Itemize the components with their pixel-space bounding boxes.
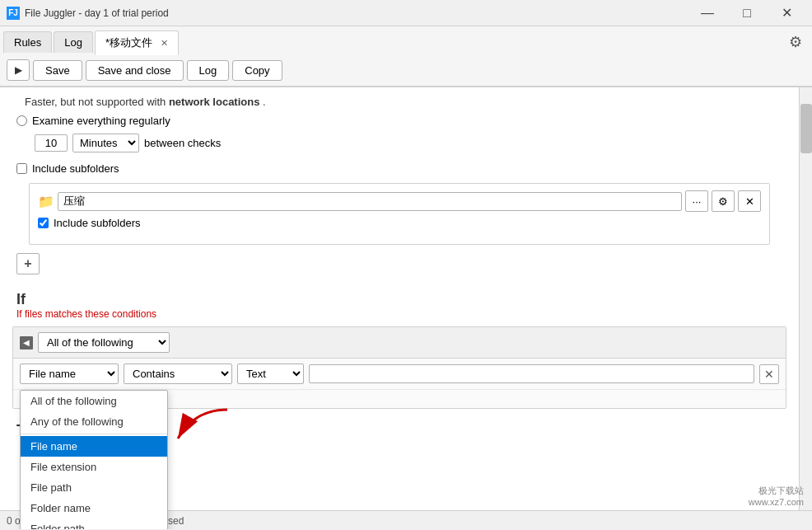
folder-row: 📁 ··· ⚙ ✕ <box>38 190 761 212</box>
folder-icon: 📁 <box>38 194 54 209</box>
log-button[interactable]: Log <box>187 60 230 81</box>
dropdown-item-folderpath[interactable]: Folder path <box>21 518 167 529</box>
play-button[interactable]: ▶ <box>7 59 30 81</box>
title-bar-text: File Juggler - day 1 of trial period <box>25 7 688 19</box>
tab-bar: Rules Log *移动文件 ✕ ⚙ <box>0 26 812 54</box>
if-label: If <box>0 291 799 308</box>
toolbar-area: Rules Log *移动文件 ✕ ⚙ ▶ Save Save and clos… <box>0 26 812 87</box>
dropdown-item-all[interactable]: All of the following <box>21 391 167 411</box>
condition-remove-button[interactable]: ✕ <box>759 364 779 384</box>
condition-type-select[interactable]: File name File extension File path Folde… <box>20 363 119 384</box>
condition-dropdown: All of the following Any of the followin… <box>20 390 168 529</box>
scroll-thumb[interactable] <box>800 104 812 153</box>
save-close-button[interactable]: Save and close <box>86 60 184 81</box>
include-subfolders1-label: Include subfolders <box>32 162 119 175</box>
condition-area: ◀ All of the following Any of the follow… <box>12 326 786 409</box>
if-section: If If files matches these conditions ◀ A… <box>0 283 799 409</box>
top-section: Faster, but not supported with network l… <box>0 87 799 283</box>
dropdown-item-foldername[interactable]: Folder name <box>21 498 167 518</box>
interval-input[interactable] <box>35 134 68 152</box>
include-subfolders2-checkbox[interactable] <box>38 218 49 228</box>
condition-logic-select[interactable]: All of the following Any of the followin… <box>38 332 170 353</box>
watermark: 极光下载站 www.xz7.com <box>749 485 804 507</box>
examine-label: Examine everything regularly <box>32 115 170 127</box>
copy-button[interactable]: Copy <box>232 60 282 81</box>
folder-input[interactable] <box>58 192 682 211</box>
include-subfolders2-label: Include subfolders <box>54 217 141 229</box>
window-controls: — □ ✕ <box>688 0 805 26</box>
info-text: Faster, but not supported with network l… <box>25 96 782 108</box>
folder-remove-button[interactable]: ✕ <box>738 190 761 212</box>
watermark-line1: 极光下载站 <box>749 485 804 497</box>
close-button[interactable]: ✕ <box>768 0 805 26</box>
if-sublabel: If files matches these conditions <box>0 308 799 320</box>
title-bar: FJ File Juggler - day 1 of trial period … <box>0 0 812 26</box>
watermark-line2: www.xz7.com <box>749 497 804 507</box>
scrollbar[interactable] <box>799 87 812 529</box>
tab-log[interactable]: Log <box>54 31 93 53</box>
condition-text-input[interactable] <box>309 364 754 383</box>
interval-unit-select[interactable]: Minutes Hours Seconds <box>72 134 139 152</box>
condition-val-select[interactable]: Text Variable <box>237 363 304 384</box>
collapse-button[interactable]: ◀ <box>20 336 33 349</box>
browse-button[interactable]: ··· <box>685 190 708 212</box>
folder-settings-button[interactable]: ⚙ <box>712 190 735 212</box>
maximize-button[interactable]: □ <box>728 0 766 26</box>
action-toolbar: ▶ Save Save and close Log Copy <box>0 54 812 87</box>
condition-row: File name File extension File path Folde… <box>13 359 786 390</box>
include-subfolders2-row: Include subfolders <box>38 217 761 229</box>
tab-close-icon[interactable]: ✕ <box>161 38 168 48</box>
settings-icon[interactable]: ⚙ <box>782 30 809 54</box>
include-subfolders1-checkbox[interactable] <box>16 163 27 174</box>
tab-active[interactable]: *移动文件 ✕ <box>95 30 179 55</box>
play-icon: ▶ <box>15 64 22 76</box>
include-subfolders1-row: Include subfolders <box>16 162 782 175</box>
dropdown-divider <box>21 434 167 434</box>
dropdown-item-any[interactable]: Any of the following <box>21 411 167 432</box>
interval-row: Minutes Hours Seconds between checks <box>35 134 782 152</box>
examine-radio[interactable] <box>16 115 27 126</box>
condition-op-select[interactable]: Contains Does not contain Starts with En… <box>124 363 232 384</box>
main-content: Faster, but not supported with network l… <box>0 87 812 529</box>
save-button[interactable]: Save <box>33 60 82 81</box>
content-area: Faster, but not supported with network l… <box>0 87 799 529</box>
minimize-button[interactable]: — <box>688 0 726 26</box>
add-folder-button[interactable]: + <box>16 253 40 274</box>
app-icon: FJ <box>7 7 20 20</box>
folder-section: 📁 ··· ⚙ ✕ Include subfolders <box>29 183 770 245</box>
dropdown-item-extension[interactable]: File extension <box>21 457 167 477</box>
condition-header: ◀ All of the following Any of the follow… <box>13 327 786 359</box>
between-checks-label: between checks <box>144 137 221 149</box>
dropdown-item-filepath[interactable]: File path <box>21 477 167 498</box>
tab-rules[interactable]: Rules <box>3 31 52 53</box>
examine-radio-row: Examine everything regularly <box>16 115 782 127</box>
dropdown-item-filename[interactable]: File name <box>21 436 167 457</box>
